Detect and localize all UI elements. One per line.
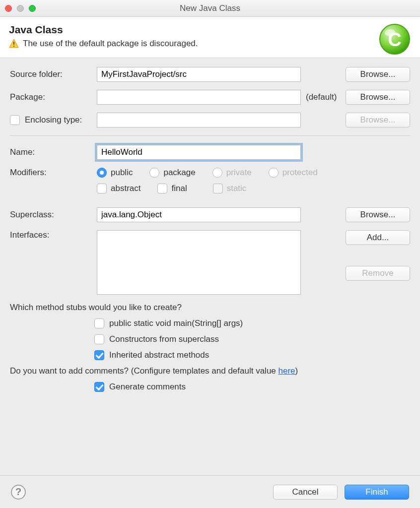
enclosing-type-input [97, 113, 301, 127]
svg-rect-2 [13, 46, 14, 47]
header-message: The use of the default package is discou… [23, 39, 198, 49]
configure-templates-link[interactable]: here [279, 366, 295, 376]
window-title: New Java Class [0, 3, 420, 13]
modifier-final-option[interactable]: final [157, 184, 187, 193]
finish-button[interactable]: Finish [345, 485, 409, 500]
warning-icon [9, 39, 19, 49]
package-browse-button[interactable]: Browse... [346, 90, 410, 105]
modifier-protected-option: protected [269, 168, 318, 178]
package-row: Package: (default) Browse... [10, 90, 410, 105]
superclass-browse-button[interactable]: Browse... [346, 207, 410, 222]
modifier-public-radio[interactable] [97, 168, 107, 178]
method-stubs-section: Which method stubs would you like to cre… [10, 303, 410, 360]
superclass-row: Superclass: Browse... [10, 207, 410, 222]
svg-text:C: C [388, 29, 401, 50]
dialog-footer: ? Cancel Finish [0, 475, 420, 508]
dialog-header: Java Class The use of the default packag… [0, 17, 420, 58]
enclosing-type-label: Enclosing type: [25, 115, 82, 125]
modifier-final-checkbox[interactable] [157, 184, 167, 193]
generate-comments-checkbox[interactable] [94, 382, 104, 392]
modifier-public-option[interactable]: public [97, 168, 133, 178]
page-title: Java Class [9, 24, 411, 36]
superclass-input[interactable] [97, 207, 301, 222]
modifier-package-radio[interactable] [149, 168, 159, 178]
enclosing-type-row: Enclosing type: Browse... [10, 113, 410, 127]
modifiers-row: Modifiers: public package private protec… [10, 168, 410, 199]
modifier-static-option: static [213, 184, 247, 193]
enclosing-type-browse-button: Browse... [346, 113, 410, 127]
source-folder-row: Source folder: Browse... [10, 67, 410, 82]
zoom-window-icon[interactable] [29, 5, 36, 12]
package-input[interactable] [97, 90, 301, 105]
interfaces-row: Interfaces: Add... Remove [10, 230, 410, 295]
generate-comments-label: Generate comments [109, 382, 186, 392]
interfaces-remove-button: Remove [346, 266, 410, 281]
source-folder-label: Source folder: [10, 69, 92, 79]
comments-section: Do you want to add comments? (Configure … [10, 366, 410, 392]
method-stubs-question: Which method stubs would you like to cre… [10, 303, 410, 313]
name-row: Name: [10, 145, 410, 160]
modifiers-label: Modifiers: [10, 168, 92, 178]
interfaces-add-button[interactable]: Add... [346, 230, 410, 245]
stub-main-checkbox[interactable] [94, 318, 104, 328]
class-icon: C [377, 22, 412, 57]
source-folder-browse-button[interactable]: Browse... [346, 67, 410, 82]
title-bar: New Java Class [0, 0, 420, 17]
stub-constructors-label: Constructors from superclass [109, 334, 219, 344]
comments-question: Do you want to add comments? (Configure … [10, 366, 410, 376]
superclass-label: Superclass: [10, 210, 92, 220]
cancel-button[interactable]: Cancel [273, 485, 338, 500]
source-folder-input[interactable] [97, 67, 301, 82]
modifier-abstract-option[interactable]: abstract [97, 184, 140, 193]
modifier-static-checkbox [213, 184, 223, 193]
window-controls [5, 5, 36, 12]
help-button[interactable]: ? [11, 485, 26, 500]
modifier-protected-radio [269, 168, 279, 178]
enclosing-type-checkbox[interactable] [10, 115, 20, 125]
divider [10, 135, 410, 136]
interfaces-list[interactable] [97, 230, 301, 295]
package-label: Package: [10, 92, 92, 102]
modifier-private-radio [212, 168, 222, 178]
name-input[interactable] [97, 145, 301, 160]
svg-rect-1 [13, 42, 14, 45]
name-label: Name: [10, 147, 92, 157]
minimize-window-icon[interactable] [17, 5, 24, 12]
package-default-label: (default) [306, 92, 341, 102]
form-area: Source folder: Browse... Package: (defau… [0, 58, 420, 397]
stub-inherited-label: Inherited abstract methods [109, 350, 209, 360]
modifier-private-option: private [212, 168, 252, 178]
close-window-icon[interactable] [5, 5, 12, 12]
modifier-abstract-checkbox[interactable] [97, 184, 107, 193]
stub-inherited-checkbox[interactable] [94, 350, 104, 360]
stub-main-label: public static void main(String[] args) [109, 318, 243, 328]
interfaces-label: Interfaces: [10, 230, 92, 240]
stub-constructors-checkbox[interactable] [94, 334, 104, 344]
modifier-package-option[interactable]: package [149, 168, 195, 178]
